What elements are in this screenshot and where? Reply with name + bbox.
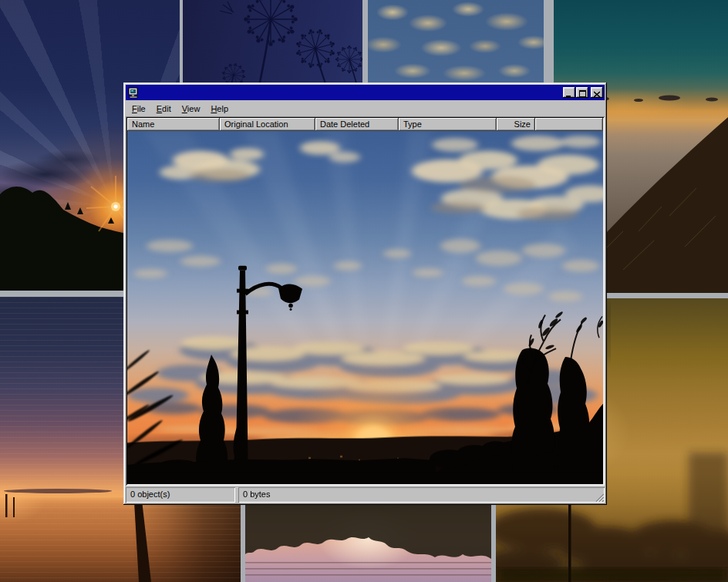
column-header-row: Name Original Location Date Deleted Type… [127,118,603,131]
window-titlebar[interactable] [126,85,605,100]
computer-icon[interactable] [127,87,140,99]
list-view-client-area: Name Original Location Date Deleted Type… [126,116,605,486]
resize-grip[interactable] [594,492,604,502]
menu-edit[interactable]: Edit [151,103,177,115]
status-object-count: 0 object(s) [126,487,235,503]
list-view-photo-background[interactable] [127,131,603,484]
minimize-button[interactable] [563,87,575,98]
status-size: 0 bytes [238,487,605,503]
column-header-type[interactable]: Type [399,118,497,131]
column-header-size[interactable]: Size [497,118,535,131]
menu-help[interactable]: Help [205,103,234,115]
column-header-name[interactable]: Name [127,118,220,131]
column-header-original-location[interactable]: Original Location [220,118,315,131]
maximize-button[interactable] [576,87,588,98]
status-bar: 0 object(s) 0 bytes [126,487,605,503]
column-header-stub[interactable] [535,118,603,131]
titlebar-buttons [562,87,603,98]
menu-file[interactable]: File [126,103,151,115]
recycle-bin-window: File Edit View Help Name Original Locati… [123,82,607,505]
close-button[interactable] [591,87,603,98]
column-header-date-deleted[interactable]: Date Deleted [315,118,399,131]
menu-view[interactable]: View [177,103,206,115]
menu-bar: File Edit View Help [126,101,605,116]
status-size-text: 0 bytes [243,489,270,499]
